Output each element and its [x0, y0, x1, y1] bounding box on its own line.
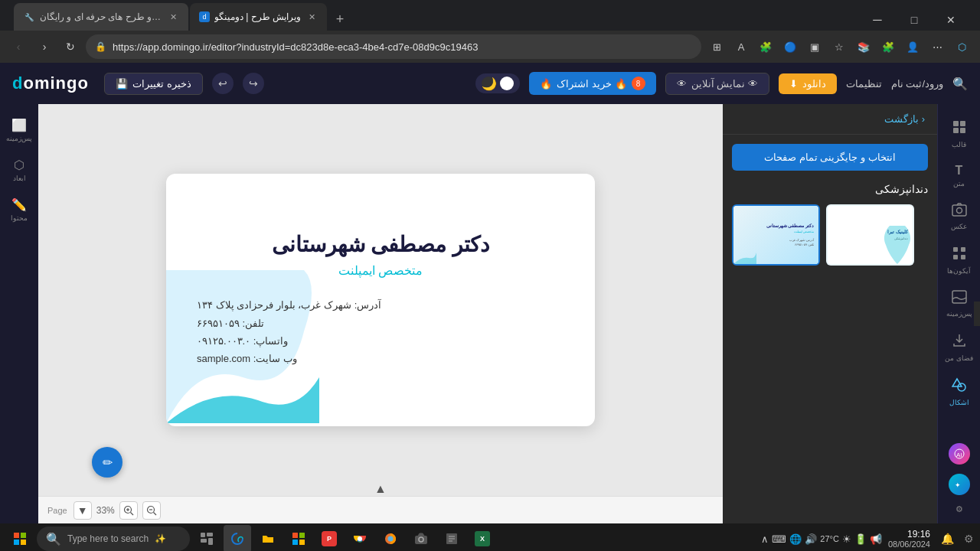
tab-groups-icon[interactable]: ⊞ [706, 36, 727, 57]
zoom-in-button[interactable] [119, 501, 138, 520]
template-card-1[interactable]: دکتر مصطفی شهرستانی متخصص ایمپلنت آدرس: … [732, 204, 820, 266]
tab-favicon-2: d [199, 11, 210, 22]
browser-extension-2[interactable]: 🔵 [779, 36, 801, 57]
svg-rect-11 [952, 205, 966, 216]
start-button[interactable] [6, 525, 34, 551]
battery-icon: 🔋 [854, 533, 867, 545]
address-bar[interactable]: 🔒 https://app.domingo.ir/editor?industry… [86, 34, 701, 59]
svg-rect-32 [299, 533, 305, 538]
pomofocus-button[interactable]: P [315, 525, 343, 551]
float-edit-button[interactable]: ✏ [92, 447, 122, 478]
search-header-icon[interactable]: 🔍 [952, 77, 968, 91]
my-space-icon-item[interactable]: فضای من [940, 327, 978, 368]
download-button[interactable]: ⬇ دانلود [779, 73, 837, 94]
up-arrow-tray[interactable]: ∧ [761, 533, 769, 545]
tab-editor[interactable]: d ویرایش طرح | دومینگو ✕ [190, 3, 327, 31]
svg-rect-28 [207, 533, 213, 536]
content-tool[interactable]: ✏️ محتوا [2, 193, 36, 227]
background-tool[interactable]: ⬜ پس‌زمینه [2, 113, 36, 147]
browser-extension-1[interactable]: 🧩 [755, 36, 776, 57]
file-explorer-button[interactable] [254, 525, 282, 551]
back-nav-button[interactable]: ‹ [8, 36, 29, 57]
svg-rect-14 [961, 247, 965, 252]
new-tab-button[interactable]: + [328, 8, 351, 31]
preview-button[interactable]: 👁 نمایش آنلاین 👁 [665, 73, 769, 95]
edge-taskbar-button[interactable] [224, 525, 251, 551]
business-card[interactable]: دکتر مصطفی شهرستانی متخصص ایمپلنت آدرس: … [166, 174, 595, 426]
zoom-controls: ▼ 33% [74, 501, 161, 520]
select-all-pages-button[interactable]: انتخاب و جایگزینی تمام صفحات [732, 144, 928, 171]
ai-assist-button[interactable]: ✦ [949, 474, 970, 495]
redo-button[interactable]: ↪ [243, 73, 264, 94]
light-mode-icon [500, 77, 514, 90]
login-button[interactable]: ورود/ثبت نام [891, 78, 943, 90]
favorites-icon[interactable]: ☆ [828, 36, 850, 57]
task-view-button[interactable] [193, 525, 220, 551]
read-aloud-icon[interactable]: A [730, 36, 752, 57]
icons-icon-item[interactable]: آیکون‌ها [940, 240, 978, 281]
collections-icon[interactable]: 📚 [853, 36, 874, 57]
search-task-text: Type here to search [67, 533, 149, 544]
forward-nav-button[interactable]: › [34, 36, 55, 57]
excel-button[interactable]: X [469, 525, 496, 551]
dimensions-tool[interactable]: ⬡ ابعاد [2, 153, 36, 187]
zoom-fit-button[interactable] [142, 501, 161, 520]
background-icon: ⬜ [11, 118, 27, 132]
back-to-templates-button[interactable]: بازگشت › [884, 113, 925, 125]
browser-extension-3[interactable]: 🧩 [877, 36, 899, 57]
clock[interactable]: 19:16 08/06/2024 [888, 529, 930, 549]
scroll-up-indicator[interactable]: ▲ [374, 482, 387, 496]
panel-collapse-arrow[interactable]: › [974, 302, 980, 326]
zoom-level: 33% [96, 505, 115, 516]
minimize-button[interactable]: ─ [861, 9, 894, 31]
split-screen-icon[interactable]: ▣ [804, 36, 825, 57]
network-icon[interactable]: 🌐 [789, 533, 802, 545]
tab-templates[interactable]: 🔧 قالب ها و طرح های حرفه ای و رایگان ✕ [14, 3, 188, 31]
template-card-2[interactable]: کلینیک تبرا دندانپزشکی [826, 204, 914, 266]
address-text: https://app.domingo.ir/editor?industryId… [113, 41, 692, 53]
chrome-button[interactable] [346, 525, 374, 551]
keyboard-icon: ⌨ [772, 533, 786, 545]
settings-bottom-icon[interactable]: ⚙ [964, 533, 974, 545]
maximize-button[interactable]: □ [897, 9, 931, 31]
photo-icon [952, 203, 967, 220]
text-icon-item[interactable]: T متن [940, 158, 978, 194]
save-button[interactable]: 💾 ذخیره تغییرات [104, 73, 203, 95]
shapes-icon [952, 377, 967, 396]
svg-rect-15 [953, 255, 958, 259]
ai-magic-button[interactable]: AI [949, 443, 970, 465]
share-button[interactable]: 🔥 خرید اشتراک 🔥 8 [529, 72, 655, 95]
undo-button[interactable]: ↩ [212, 73, 234, 94]
bg-icon-item[interactable]: پس‌زمینه [940, 284, 978, 324]
profile-icon[interactable]: 👤 [902, 36, 923, 57]
nav-bar: ‹ › ↻ 🔒 https://app.domingo.ir/editor?in… [0, 31, 980, 63]
tab-close-1[interactable]: ✕ [167, 11, 179, 23]
close-button[interactable]: ✕ [934, 9, 968, 31]
reload-nav-button[interactable]: ↻ [60, 36, 81, 57]
edge-icon: ⬡ [951, 36, 972, 57]
settings-icon-bottom[interactable]: ⚙ [956, 504, 963, 514]
notes-button[interactable] [438, 525, 466, 551]
svg-rect-33 [292, 540, 298, 545]
templates-icon-item[interactable]: قالب [940, 113, 978, 155]
notification-button[interactable]: 🔔 [936, 528, 958, 549]
tab-close-2[interactable]: ✕ [305, 11, 318, 23]
icons-icon [952, 246, 967, 265]
zoom-out-button[interactable]: ▼ [74, 501, 92, 520]
taskbar-search[interactable]: 🔍 Type here to search ✨ [37, 527, 190, 551]
more-icon[interactable]: ⋯ [926, 36, 948, 57]
firefox-button[interactable] [377, 525, 404, 551]
volume-icon[interactable]: 🔊 [805, 533, 817, 545]
shapes-icon-item[interactable]: اشکال [940, 371, 978, 412]
svg-text:AI: AI [956, 452, 962, 458]
svg-point-12 [956, 208, 962, 214]
svg-rect-23 [14, 533, 19, 538]
settings-button[interactable]: تنظیمات [846, 78, 882, 90]
store-button[interactable] [285, 525, 312, 551]
camera-button[interactable] [407, 525, 435, 551]
app-header: domingo 💾 ذخیره تغییرات ↩ ↪ 🌙 🔥 خرید اشت… [0, 63, 980, 104]
card-whatsapp: واتساپ: ۰۹۱۲۵.۰۰۳.۰ [197, 332, 564, 350]
svg-text:✦: ✦ [955, 481, 961, 489]
dark-light-toggle[interactable]: 🌙 [475, 73, 520, 93]
photo-icon-item[interactable]: عکس [940, 197, 978, 236]
